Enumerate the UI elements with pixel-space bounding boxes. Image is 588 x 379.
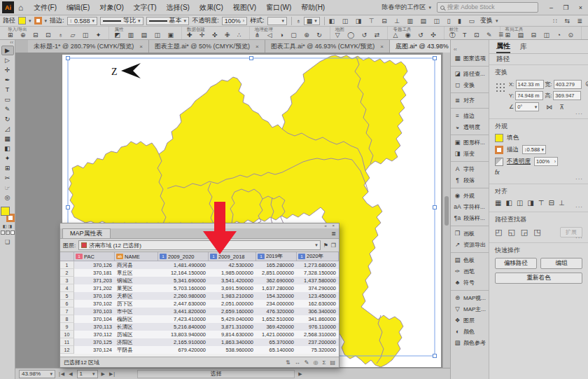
menu-item[interactable]: 编辑(E) <box>62 3 94 13</box>
pathfinder-icon[interactable]: ◱ <box>507 228 514 237</box>
dock-item-paragraph[interactable]: ¶ 段落 <box>451 174 489 186</box>
footer-icon-edit[interactable]: ✎ <box>304 359 309 366</box>
row-number[interactable]: 11 <box>60 338 74 346</box>
fill-label[interactable]: 填色 <box>507 134 519 142</box>
dock-item-artboards[interactable]: ❒ 画板 <box>451 226 489 239</box>
vertical-scrollbar[interactable] <box>442 53 450 368</box>
offset-path-button[interactable]: 偏移路径 <box>495 258 537 269</box>
dock-item-color[interactable]: ◐ 颜色 <box>451 326 489 337</box>
align-icon[interactable]: ◧ <box>505 199 512 207</box>
new-window-icon[interactable]: ❐ <box>331 242 336 249</box>
menu-item[interactable]: 窗口(W) <box>261 3 296 13</box>
reference-point-icon[interactable] <box>495 82 505 92</box>
dock-item-stroke[interactable]: ≡ 描边 <box>451 108 489 121</box>
tool-mesh[interactable]: ▦ <box>1 134 14 144</box>
tool-scissors[interactable]: ✂ <box>1 173 14 183</box>
dock-item-map-views[interactable]: ⊛ MAP视... <box>451 290 489 303</box>
tab-libraries[interactable]: 库 <box>520 40 527 53</box>
dock-item-align[interactable]: ≣ 对齐 <box>451 92 489 106</box>
dock-item-transparency[interactable]: ◒ 透明度 <box>451 121 489 132</box>
color-mode-buttons[interactable] <box>1 230 15 235</box>
menu-item[interactable]: 选择(S) <box>162 3 195 13</box>
toolbar-menu-icon[interactable]: ≣ <box>498 31 504 38</box>
opacity-label[interactable]: 不透明度 <box>507 158 531 166</box>
more-options-icon[interactable]: ··· <box>575 235 583 241</box>
link-dimensions-icon[interactable]: ⊘ <box>585 80 588 113</box>
align-icon[interactable]: ▦ <box>495 199 501 207</box>
recolor-button[interactable]: 重新着色 <box>495 273 582 284</box>
tool-paintbrush[interactable]: ✎ <box>1 104 14 114</box>
document-tab[interactable]: 图表主题.ai* @ 50% (CMYK/预览) × <box>149 40 265 53</box>
row-number[interactable]: 2 <box>60 269 74 277</box>
column-header[interactable]: ab NAME <box>115 252 158 261</box>
table-row[interactable]: 2 370,181 章丘区 12,164.150000 1,985.000000… <box>60 269 339 277</box>
footer-icon-sort[interactable]: ⇅ <box>286 359 290 366</box>
footer-icon-columns[interactable]: ▤ <box>330 359 335 366</box>
row-number[interactable]: 10 <box>60 331 74 338</box>
tool-eyedropper[interactable]: ✦ <box>1 153 14 163</box>
tool-selection[interactable]: ▶ <box>1 46 14 55</box>
x-field[interactable]: 142.33 m <box>516 80 544 89</box>
pin-icon[interactable]: ⚑ <box>323 242 328 249</box>
table-row[interactable]: 1 370,126 商河县 1,481.490000 42.530000 165… <box>60 261 339 269</box>
close-icon[interactable]: × <box>380 43 384 50</box>
table-row[interactable]: 9 370,113 长清区 5,216.840000 3,871.310000 … <box>60 323 339 331</box>
search-input[interactable]: 搜索 Adobe Stock <box>437 2 538 13</box>
window-restore[interactable]: ❐ <box>559 4 573 11</box>
brush-select[interactable]: 基本▾ <box>146 17 190 25</box>
fill-stroke-swatches[interactable] <box>1 207 15 222</box>
dock-item-pathfinder[interactable]: ◪ 路径查... <box>451 66 489 79</box>
toolbar-group-icons[interactable]: ✚ ✛ ✜ ✙ ∴ <box>187 32 244 39</box>
panel-tab[interactable]: MAP属性表 <box>62 228 111 238</box>
more-options-icon[interactable]: ··· <box>575 204 583 210</box>
row-number[interactable]: 12 <box>60 346 74 354</box>
dock-item-map-themes[interactable]: ▽ MAP主... <box>451 303 489 315</box>
zoom-level-select[interactable]: 43.98%▾ <box>19 370 55 378</box>
pathfinder-icon[interactable]: ◳ <box>533 228 540 237</box>
row-number[interactable]: 3 <box>60 277 74 284</box>
north-arrow[interactable]: Z <box>111 63 141 78</box>
footer-icon-fit-columns[interactable]: ↔ <box>295 359 300 366</box>
chevron-down-icon[interactable]: ▾ <box>29 18 31 24</box>
row-number[interactable]: 8 <box>60 315 74 323</box>
footer-icon-find[interactable]: ◎ <box>314 359 318 366</box>
dock-item-gradient[interactable]: ◨ 渐变 <box>451 148 489 159</box>
opacity-field[interactable]: 100%› <box>222 17 247 25</box>
align-icon[interactable]: ◨ <box>527 199 533 207</box>
tool-rectangle[interactable]: ▭ <box>1 95 14 104</box>
opacity-icon[interactable] <box>495 158 503 166</box>
menu-item[interactable]: 视图(V) <box>228 3 261 13</box>
row-number[interactable]: 6 <box>60 300 74 308</box>
flip-horizontal-icon[interactable]: ⋈ <box>546 104 552 111</box>
fill-color-swatch[interactable] <box>18 17 26 25</box>
document-setup-icon[interactable]: ♁ <box>296 18 301 25</box>
stroke-swatch[interactable] <box>495 146 503 154</box>
home-icon[interactable]: ⌂ <box>18 3 23 13</box>
close-icon[interactable]: × <box>255 43 259 50</box>
width-profile-select[interactable]: 等比▾ <box>100 17 144 25</box>
menu-item[interactable]: 对象(O) <box>94 3 128 13</box>
flip-vertical-icon[interactable]: ⊼ <box>559 104 564 111</box>
dock-item-brushes[interactable]: ✑ 画笔 <box>451 266 489 277</box>
fx-icon[interactable]: fx <box>495 169 582 176</box>
tab-properties[interactable]: 属性 <box>496 40 510 53</box>
table-row[interactable]: 8 370,104 槐荫区 7,423.410000 5,429.040000 … <box>60 315 339 323</box>
pathfinder-icon[interactable]: ◲ <box>521 228 528 237</box>
status-menu-icon[interactable]: ▶ <box>298 371 302 377</box>
row-number[interactable]: 7 <box>60 308 74 315</box>
dock-item-appearance[interactable]: ◉ 外观 <box>451 188 489 201</box>
menu-item[interactable]: 效果(C) <box>195 3 228 13</box>
row-number[interactable]: 1 <box>60 261 74 269</box>
close-icon[interactable]: × <box>139 43 143 50</box>
collapse-icon[interactable]: ‹‹ <box>10 40 15 46</box>
fill-swatch[interactable] <box>1 207 10 216</box>
align-icon[interactable]: ⊥ <box>559 199 565 207</box>
stroke-weight-field[interactable]: ↕0.588▾ <box>522 145 546 154</box>
dock-item-color-guide[interactable]: ▨ 颜色参考 <box>451 337 489 348</box>
dock-item-swatches[interactable]: ▤ 色板 <box>451 252 489 266</box>
table-row[interactable]: 5 370,105 天桥区 2,260.980000 1,983.210000 … <box>60 292 339 300</box>
grid-options-icon[interactable]: ▦ ▾ <box>304 17 320 25</box>
window-minimize[interactable]: – <box>544 4 559 11</box>
column-header[interactable]: 1 PAC <box>74 252 115 261</box>
table-row[interactable]: 11 370,125 济阳区 2,165.910000 1,863.340000… <box>60 338 339 346</box>
